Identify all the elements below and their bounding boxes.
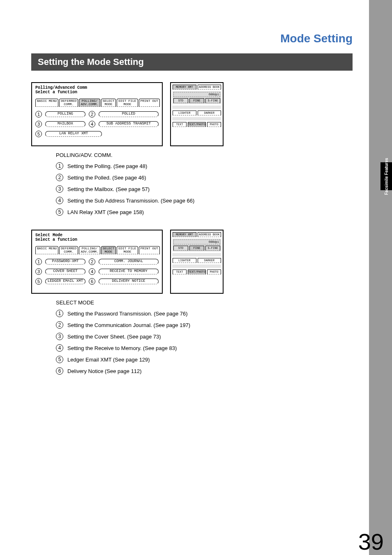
sp1-lighter[interactable]: LIGHTER — [173, 111, 196, 115]
sp1-dpi[interactable]: 600dpi — [173, 92, 220, 97]
lcd2-btn-password[interactable]: PASSWORD-XMT — [45, 259, 85, 265]
section-tab: Facsimile Features — [380, 162, 392, 190]
page-number: 39 — [358, 528, 384, 555]
sp1-res-sfine[interactable]: S-FINE — [205, 98, 220, 103]
desc1-num-2: 2 — [56, 174, 63, 181]
lcd1-btn-subaddress[interactable]: SUB ADDRESS TRANSMIT — [99, 121, 159, 127]
callout2-6: 6 — [89, 278, 95, 285]
sp1-textphoto[interactable]: TEXT/PHOTO — [188, 122, 206, 127]
sp1-top: MEMORY XMT ADDRESS BOOK — [173, 85, 221, 90]
sp2-quality-row: TEXT TEXT/PHOTO PHOTO — [173, 269, 221, 274]
sp2-darker[interactable]: DARKER — [198, 258, 221, 263]
lcd2-rows: 1 PASSWORD-XMT 2 COMM. JOURNAL 3 COVER S… — [35, 258, 159, 285]
sp2-quality-strip — [173, 265, 221, 268]
lcd2-title2: Select a function — [35, 237, 159, 242]
sp2-memory-xmt[interactable]: MEMORY XMT — [173, 232, 196, 237]
desc1-text-4: Setting the Sub Address Transmission. (S… — [67, 198, 194, 204]
desc2-text-6: Delivery Notice (See page 112) — [67, 368, 142, 374]
sp2-darker-label: DARKER — [204, 259, 214, 262]
lcd2-tab-2[interactable]: POLLING/ ADV.COMM. — [79, 246, 100, 254]
desc2-num-5: 5 — [56, 356, 63, 363]
desc1-text-2: Setting the Polled. (See page 46) — [67, 175, 146, 181]
chapter-title: Mode Setting — [31, 32, 353, 45]
sp1-res-std[interactable]: STD — [173, 98, 188, 103]
desc1-num-3: 3 — [56, 185, 63, 193]
desc2-num-2: 2 — [56, 321, 63, 329]
desc1-num-4: 4 — [56, 197, 63, 204]
lcd1-tab-4[interactable]: EDIT FILE MODE — [117, 99, 138, 107]
sp2-res-std[interactable]: STD — [173, 246, 188, 251]
desc1-list: 1Setting the Polling. (See page 48) 2Set… — [56, 162, 353, 216]
desc-selectmode: SELECT MODE 1Setting the Password Transm… — [56, 299, 353, 375]
desc2-list: 1Setting the Password Transmission. (See… — [56, 310, 353, 375]
desc1-item-1: 1Setting the Polling. (See page 48) — [56, 162, 353, 170]
lcd2-tab-0[interactable]: BASIC MENU — [35, 246, 58, 254]
desc1-num-5: 5 — [56, 208, 63, 216]
desc2-heading: SELECT MODE — [56, 299, 353, 306]
sp1-darker-label: DARKER — [204, 111, 214, 115]
sp2-dpi[interactable]: 600dpi — [173, 240, 220, 244]
sp1-address-book[interactable]: ADDRESS BOOK — [198, 85, 221, 90]
sp2-top: MEMORY XMT ADDRESS BOOK — [173, 232, 221, 237]
sp1-text[interactable]: TEXT — [173, 122, 187, 127]
lcd2-title1: Select Mode — [35, 233, 159, 237]
sp2-res-sfine[interactable]: S-FINE — [205, 246, 220, 251]
sp1-memory-xmt[interactable]: MEMORY XMT — [173, 85, 196, 90]
section-heading: Setting the Mode Setting — [31, 53, 353, 71]
side-panel-1: MEMORY XMT ADDRESS BOOK 600dpi STD FINE … — [170, 82, 224, 146]
lcd1-btn-mailbox[interactable]: MAILBOX — [45, 121, 85, 127]
section-tab-label: Facsimile Features — [384, 158, 389, 195]
sp1-res-row: STD FINE S-FINE — [173, 98, 220, 103]
sp2-photo[interactable]: PHOTO — [207, 269, 221, 274]
callout-3: 3 — [35, 121, 42, 127]
sp2-textphoto[interactable]: TEXT/PHOTO — [188, 269, 206, 274]
desc2-item-6: 6Delivery Notice (See page 112) — [56, 367, 353, 375]
lcd1-rows: 1 POLLING 2 POLLED 3 MAILBOX 4 SUB ADDRE… — [35, 111, 159, 137]
lcd1-row-2: 5 LAN RELAY XMT — [35, 131, 102, 137]
lcd-screen-2: Select Mode Select a function BASIC MENU… — [31, 230, 163, 294]
lcd2-tab-1[interactable]: DEFERRED COMM. — [59, 246, 78, 254]
lcd2-btn-cover[interactable]: COVER SHEET — [45, 269, 85, 274]
callout-1: 1 — [35, 111, 42, 117]
lcd1-tab-1[interactable]: DEFERRED COMM. — [59, 99, 78, 107]
lcd2-tab-3[interactable]: SELECT MODE — [101, 246, 116, 254]
sp2-text[interactable]: TEXT — [173, 269, 187, 274]
lcd1-btn-polling[interactable]: POLLING — [45, 111, 85, 117]
desc2-item-4: 4Setting the Receive to Memory. (See pag… — [56, 344, 353, 352]
lcd2-btn-journal[interactable]: COMM. JOURNAL — [99, 259, 159, 265]
sp2-address-book[interactable]: ADDRESS BOOK — [198, 232, 221, 237]
sp1-photo[interactable]: PHOTO — [207, 122, 221, 127]
sp1-darker[interactable]: DARKER — [198, 111, 221, 115]
callout2-4: 4 — [89, 268, 95, 275]
lcd2-tab-4[interactable]: EDIT FILE MODE — [117, 246, 138, 254]
desc2-num-4: 4 — [56, 344, 63, 352]
lcd-screen-1: Polling/Advanced Comm Select a function … — [31, 82, 163, 146]
sp2-lighter-label: LIGHTER — [178, 259, 190, 262]
lcd1-btn-polled[interactable]: POLLED — [99, 111, 159, 117]
desc1-item-5: 5LAN Relay XMT (See page 158) — [56, 208, 353, 216]
sp2-res-row: STD FINE S-FINE — [173, 246, 220, 251]
side-panel-2: MEMORY XMT ADDRESS BOOK 600dpi STD FINE … — [170, 230, 224, 294]
desc1-text-5: LAN Relay XMT (See page 158) — [67, 209, 144, 215]
desc1-text-1: Setting the Polling. (See page 48) — [67, 163, 147, 169]
lcd1-btn-lanrelay[interactable]: LAN RELAY XMT — [45, 131, 102, 137]
desc-polling: POLLING/ADV. COMM. 1Setting the Polling.… — [56, 152, 353, 216]
lcd2-btn-ledger[interactable]: LEDGER EMAIL XMT — [45, 279, 85, 284]
lcd1-tab-5[interactable]: PRINT OUT — [139, 99, 160, 107]
lcd2-tab-5[interactable]: PRINT OUT — [139, 246, 160, 254]
sp2-lighter[interactable]: LIGHTER — [173, 258, 196, 263]
sp1-res-fine[interactable]: FINE — [189, 98, 204, 103]
sp1-density-row: LIGHTER DARKER — [173, 111, 221, 115]
sp2-density-row: LIGHTER DARKER — [173, 258, 221, 263]
lcd1-tab-2[interactable]: POLLING/ ADV.COMM. — [79, 99, 100, 107]
desc2-text-4: Setting the Receive to Memory. (See page… — [67, 345, 177, 351]
lcd1-tab-0[interactable]: BASIC MENU — [35, 99, 58, 107]
lcd1-tab-3[interactable]: SELECT MODE — [101, 99, 116, 107]
lcd2-btn-delivery[interactable]: DELIVERY NOTICE — [99, 279, 159, 284]
sp1-density-strip — [173, 106, 221, 109]
sp2-res-fine[interactable]: FINE — [189, 246, 204, 251]
desc1-num-1: 1 — [56, 162, 63, 170]
lcd2-btn-receive[interactable]: RECEIVE TO MEMORY — [99, 269, 159, 274]
desc2-item-5: 5Ledger Email XMT (See page 129) — [56, 356, 353, 363]
lcd2-row-2: 5 LEDGER EMAIL XMT 6 DELIVERY NOTICE — [35, 278, 159, 285]
